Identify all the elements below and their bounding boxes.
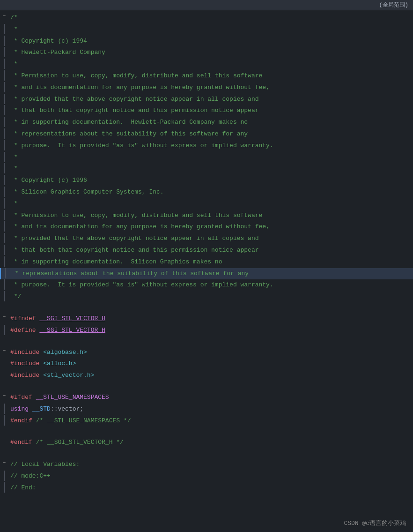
code-line: −/* — [0, 12, 413, 24]
line-content — [8, 337, 413, 343]
line-content — [8, 449, 413, 455]
line-content: * in supporting documentation. Silicon G… — [8, 256, 413, 268]
code-line: * and its documentation for any purpose … — [0, 221, 413, 233]
code-line: −#ifdef __STL_USE_NAMESPACES — [0, 392, 413, 404]
code-line: * in supporting documentation. Hewlett-P… — [0, 117, 413, 128]
code-line: * provided that the above copyright noti… — [0, 233, 413, 245]
fold-indicator — [0, 325, 8, 335]
line-content: */ — [8, 291, 413, 303]
code-line: * that both that copyright notice and th… — [0, 105, 413, 117]
code-line — [0, 427, 413, 437]
line-content: #endif /* __STL_USE_NAMESPACES */ — [8, 415, 413, 427]
fold-indicator — [0, 256, 8, 267]
code-line — [0, 337, 413, 347]
fold-indicator — [0, 291, 8, 301]
line-content: * Hewlett-Packard Company — [8, 47, 413, 59]
code-line: * Copyright (c) 1996 — [0, 175, 413, 187]
line-content: * that both that copyright notice and th… — [8, 245, 413, 256]
line-content: * provided that the above copyright noti… — [8, 233, 413, 245]
line-content: // Local Variables: — [8, 459, 413, 471]
fold-indicator — [0, 279, 8, 290]
code-line: * — [0, 198, 413, 210]
fold-indicator — [0, 482, 8, 493]
code-line: * representations about the suitability … — [0, 128, 413, 140]
line-content: using __STD::vector; — [8, 404, 413, 415]
fold-indicator[interactable]: − — [0, 459, 8, 465]
line-content: #ifdef __STL_USE_NAMESPACES — [8, 392, 413, 404]
fold-indicator — [0, 152, 8, 162]
code-line: #include <alloc.h> — [0, 358, 413, 370]
line-content: * and its documentation for any purpose … — [8, 221, 413, 233]
fold-indicator — [0, 36, 8, 46]
fold-indicator — [0, 47, 8, 57]
code-line: * — [0, 59, 413, 70]
fold-indicator — [0, 187, 8, 197]
line-content: #include <alloc.h> — [8, 358, 413, 370]
line-content: * purpose. It is provided "as is" withou… — [8, 279, 413, 291]
code-line: * representations about the suitability … — [0, 268, 413, 280]
line-content: * and its documentation for any purpose … — [8, 82, 413, 94]
code-line: * — [0, 152, 413, 164]
line-content — [8, 303, 413, 309]
line-content: // mode:C++ — [8, 471, 413, 482]
fold-indicator — [0, 128, 8, 139]
fold-indicator — [0, 210, 8, 220]
fold-indicator — [0, 382, 8, 382]
code-line: * purpose. It is provided "as is" withou… — [0, 140, 413, 152]
line-content: * Copyright (c) 1994 — [8, 36, 413, 47]
line-content: * — [8, 59, 413, 70]
code-line: // mode:C++ — [0, 471, 413, 482]
code-line: * that both that copyright notice and th… — [0, 245, 413, 256]
line-content: * — [8, 198, 413, 210]
code-line: #define __SGI_STL_VECTOR_H — [0, 325, 413, 337]
fold-indicator — [0, 404, 8, 414]
code-line: #endif /* __SGI_STL_VECTOR_H */ — [0, 437, 413, 449]
fold-indicator — [0, 303, 8, 304]
code-line: #endif /* __STL_USE_NAMESPACES */ — [0, 415, 413, 427]
code-line: * Permission to use, copy, modify, distr… — [0, 210, 413, 222]
fold-indicator[interactable]: − — [0, 347, 8, 353]
line-content: #endif /* __SGI_STL_VECTOR_H */ — [8, 437, 413, 449]
fold-indicator — [0, 221, 8, 232]
fold-indicator — [0, 233, 8, 243]
code-line: * Silicon Graphics Computer Systems, Inc… — [0, 187, 413, 198]
fold-indicator — [0, 370, 8, 371]
code-line: −// Local Variables: — [0, 459, 413, 471]
code-line: * provided that the above copyright noti… — [0, 94, 413, 105]
line-content: * representations about the suitability … — [8, 128, 413, 140]
line-content: * — [8, 24, 413, 36]
fold-indicator[interactable]: − — [0, 392, 8, 398]
fold-indicator — [0, 117, 8, 127]
fold-indicator — [0, 245, 8, 255]
line-content: * in supporting documentation. Hewlett-P… — [8, 117, 413, 128]
code-container: (全局范围) −/* * * Copyright (c) 1994 * Hewl… — [0, 0, 413, 532]
line-content: /* — [8, 12, 413, 24]
fold-indicator — [1, 268, 9, 278]
line-content: * Permission to use, copy, modify, distr… — [8, 70, 413, 82]
fold-indicator — [0, 471, 8, 481]
line-content: // End: — [8, 482, 413, 494]
fold-indicator — [0, 59, 8, 69]
fold-indicator — [0, 175, 8, 185]
code-line — [0, 303, 413, 313]
fold-indicator[interactable]: − — [0, 313, 8, 320]
fold-indicator[interactable]: − — [0, 12, 8, 19]
code-line: * in supporting documentation. Silicon G… — [0, 256, 413, 268]
line-content: * provided that the above copyright noti… — [8, 94, 413, 105]
fold-indicator — [0, 337, 8, 337]
line-content — [8, 382, 413, 388]
fold-indicator — [0, 82, 8, 92]
fold-indicator — [0, 437, 8, 438]
code-line: */ — [0, 291, 413, 303]
line-content: * Silicon Graphics Computer Systems, Inc… — [8, 187, 413, 198]
fold-indicator — [0, 427, 8, 427]
code-line: * — [0, 24, 413, 36]
line-content: * — [8, 163, 413, 175]
line-content: * purpose. It is provided "as is" withou… — [8, 140, 413, 152]
code-line: * and its documentation for any purpose … — [0, 82, 413, 94]
top-bar-label: (全局范围) — [379, 2, 408, 8]
line-content: * Copyright (c) 1996 — [8, 175, 413, 187]
fold-indicator — [0, 24, 8, 34]
code-line: −#ifndef __SGI_STL_VECTOR_H — [0, 313, 413, 325]
fold-indicator — [0, 198, 8, 209]
